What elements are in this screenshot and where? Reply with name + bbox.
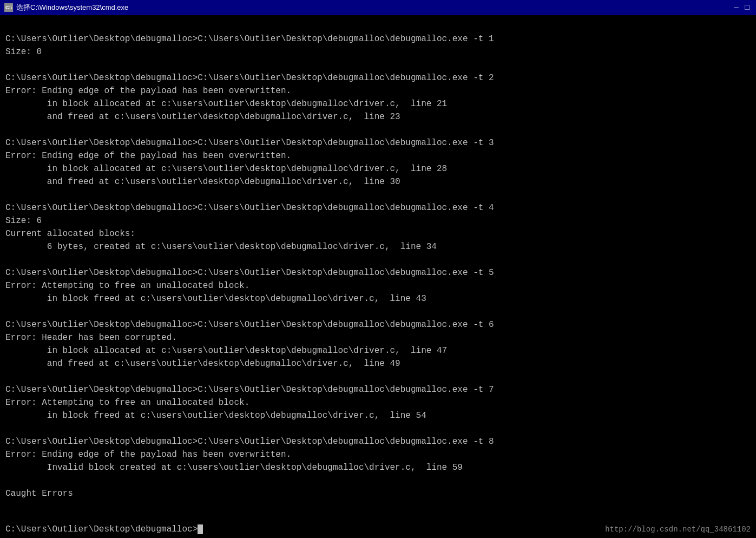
- terminal-line: C:\Users\Outlier\Desktop\debugmalloc>C:\…: [5, 201, 751, 214]
- terminal-line: Caught Errors: [5, 487, 751, 500]
- terminal-line: Size: 0: [5, 45, 751, 58]
- terminal-line: and freed at c:\users\outlier\desktop\de…: [5, 357, 751, 370]
- title-bar-left: C:\ 选择C:\Windows\system32\cmd.exe: [4, 3, 128, 12]
- terminal-line: in block allocated at c:\users\outlier\d…: [5, 344, 751, 357]
- terminal-line: Size: 6: [5, 214, 751, 227]
- terminal-line: in block freed at c:\users\outlier\deskt…: [5, 409, 751, 422]
- terminal-line: Error: Ending edge of the payload has be…: [5, 149, 751, 162]
- terminal-line: [5, 422, 751, 435]
- terminal-line: C:\Users\Outlier\Desktop\debugmalloc>C:\…: [5, 71, 751, 84]
- terminal-line: and freed at c:\users\outlier\desktop\de…: [5, 175, 751, 188]
- terminal-line: Current allocated blocks:: [5, 227, 751, 240]
- cmd-icon: C:\: [4, 3, 13, 12]
- terminal-line: Error: Header has been corrupted.: [5, 331, 751, 344]
- terminal-line: Invalid block created at c:\users\outlie…: [5, 461, 751, 474]
- terminal-line: [5, 123, 751, 136]
- terminal-line: [5, 188, 751, 201]
- terminal-line: C:\Users\Outlier\Desktop\debugmalloc>C:\…: [5, 32, 751, 45]
- status-url: http://blog.csdn.net/qq_34861102: [605, 525, 751, 534]
- terminal-line: 6 bytes, created at c:\users\outlier\des…: [5, 240, 751, 253]
- terminal-line: Error: Attempting to free an unallocated…: [5, 396, 751, 409]
- terminal-line: Error: Attempting to free an unallocated…: [5, 279, 751, 292]
- title-bar: C:\ 选择C:\Windows\system32\cmd.exe — □: [0, 0, 756, 15]
- terminal-line: [5, 305, 751, 318]
- terminal-line: [5, 500, 751, 513]
- window-title: 选择C:\Windows\system32\cmd.exe: [16, 3, 128, 12]
- terminal-line: C:\Users\Outlier\Desktop\debugmalloc>C:\…: [5, 383, 751, 396]
- terminal-line: [5, 58, 751, 71]
- maximize-button[interactable]: □: [743, 3, 752, 12]
- cursor: [198, 524, 203, 534]
- terminal-line: C:\Users\Outlier\Desktop\debugmalloc>C:\…: [5, 435, 751, 448]
- terminal-line: in block allocated at c:\users\outlier\d…: [5, 162, 751, 175]
- window-controls: — □: [732, 3, 752, 12]
- terminal-line: C:\Users\Outlier\Desktop\debugmalloc>C:\…: [5, 318, 751, 331]
- status-prompt-text: C:\Users\Outlier\Desktop\debugmalloc>: [5, 524, 198, 534]
- terminal-line: and freed at c:\users\outlier\desktop\de…: [5, 110, 751, 123]
- terminal-line: [5, 253, 751, 266]
- terminal-line: Error: Ending edge of the payload has be…: [5, 84, 751, 97]
- terminal-line: [5, 474, 751, 487]
- status-bar: C:\Users\Outlier\Desktop\debugmalloc> ht…: [0, 521, 756, 538]
- terminal-line: in block freed at c:\users\outlier\deskt…: [5, 292, 751, 305]
- minimize-button[interactable]: —: [732, 3, 740, 12]
- terminal-line: in block allocated at c:\users\outlier\d…: [5, 97, 751, 110]
- status-prompt[interactable]: C:\Users\Outlier\Desktop\debugmalloc>: [5, 524, 203, 534]
- terminal-line: C:\Users\Outlier\Desktop\debugmalloc>C:\…: [5, 136, 751, 149]
- terminal-body: C:\Users\Outlier\Desktop\debugmalloc>C:\…: [0, 15, 756, 538]
- terminal-line: [5, 370, 751, 383]
- terminal-line: Error: Ending edge of the payload has be…: [5, 448, 751, 461]
- terminal-line: C:\Users\Outlier\Desktop\debugmalloc>C:\…: [5, 266, 751, 279]
